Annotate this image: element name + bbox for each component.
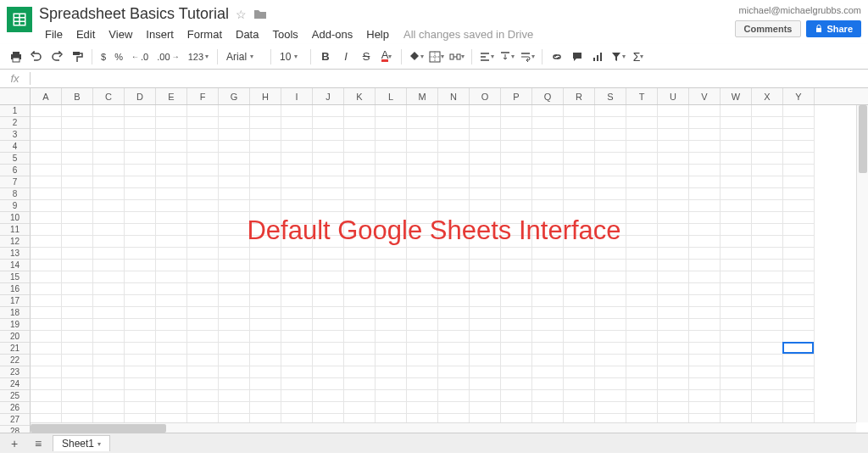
cell[interactable] [31, 188, 62, 200]
filter-icon[interactable]: ▾ [609, 48, 627, 66]
column-header[interactable]: B [62, 88, 93, 104]
cell[interactable] [250, 319, 281, 331]
cell[interactable] [783, 212, 815, 224]
cell[interactable] [344, 200, 376, 212]
cell[interactable] [125, 366, 156, 378]
cell[interactable] [31, 366, 62, 378]
row-header[interactable]: 19 [0, 319, 31, 331]
cell[interactable] [219, 153, 250, 165]
cell[interactable] [752, 331, 783, 343]
cell[interactable] [626, 236, 658, 248]
column-header[interactable]: G [219, 88, 250, 104]
cell[interactable] [626, 153, 658, 165]
cell[interactable] [564, 153, 595, 165]
bold-button[interactable]: B [316, 48, 335, 66]
cell[interactable] [470, 283, 501, 295]
cell[interactable] [689, 319, 721, 331]
menu-file[interactable]: File [39, 26, 69, 42]
cell[interactable] [93, 212, 125, 224]
cell[interactable] [564, 355, 595, 366]
cell[interactable] [689, 271, 721, 283]
cell[interactable] [438, 153, 470, 165]
cell[interactable] [31, 378, 62, 390]
cell[interactable] [564, 236, 595, 248]
cell[interactable] [626, 343, 658, 355]
column-header[interactable]: L [376, 88, 407, 104]
cell[interactable] [93, 307, 125, 319]
cell[interactable] [752, 117, 783, 129]
cell[interactable] [156, 307, 187, 319]
cell[interactable] [470, 355, 501, 366]
cell[interactable] [62, 295, 93, 307]
cell[interactable] [219, 390, 250, 402]
cell[interactable] [156, 331, 187, 343]
cell[interactable] [501, 366, 532, 378]
cell[interactable] [501, 236, 532, 248]
cell[interactable] [626, 176, 658, 188]
cell[interactable] [626, 248, 658, 260]
cell[interactable] [156, 248, 187, 260]
cell[interactable] [250, 271, 281, 283]
row-header[interactable]: 9 [0, 200, 31, 212]
cell[interactable] [689, 248, 721, 260]
cell[interactable] [62, 343, 93, 355]
cell[interactable] [250, 378, 281, 390]
column-header[interactable]: P [501, 88, 532, 104]
currency-button[interactable]: $ [97, 52, 109, 62]
cell[interactable] [31, 319, 62, 331]
cell[interactable] [62, 248, 93, 260]
row-header[interactable]: 26 [0, 402, 31, 414]
cell[interactable] [344, 283, 376, 295]
cell[interactable] [752, 343, 783, 355]
column-header[interactable]: A [31, 88, 62, 104]
cell[interactable] [156, 105, 187, 117]
cell[interactable] [376, 331, 407, 343]
cell[interactable] [31, 141, 62, 153]
cell[interactable] [281, 188, 313, 200]
cell[interactable] [407, 355, 438, 366]
cell[interactable] [156, 319, 187, 331]
cell[interactable] [376, 129, 407, 141]
cell[interactable] [344, 295, 376, 307]
cell[interactable] [438, 378, 470, 390]
cell[interactable] [532, 343, 564, 355]
cell[interactable] [281, 260, 313, 271]
column-header[interactable]: K [344, 88, 376, 104]
cell[interactable] [658, 224, 689, 236]
cell[interactable] [564, 117, 595, 129]
cell[interactable] [313, 153, 344, 165]
cell[interactable] [689, 283, 721, 295]
cell[interactable] [187, 248, 219, 260]
menu-format[interactable]: Format [181, 26, 228, 42]
cell[interactable] [595, 355, 626, 366]
cell[interactable] [344, 165, 376, 176]
cell[interactable] [62, 236, 93, 248]
cell[interactable] [156, 212, 187, 224]
cell[interactable] [407, 260, 438, 271]
cell[interactable] [93, 224, 125, 236]
cell[interactable] [470, 295, 501, 307]
cell[interactable] [626, 390, 658, 402]
cell[interactable] [564, 271, 595, 283]
paint-format-icon[interactable] [68, 48, 86, 66]
cell[interactable] [532, 129, 564, 141]
cell[interactable] [187, 188, 219, 200]
cell[interactable] [626, 283, 658, 295]
cell[interactable] [783, 260, 815, 271]
font-select[interactable]: Arial▾ [223, 49, 265, 64]
cell[interactable] [187, 271, 219, 283]
cell[interactable] [783, 331, 815, 343]
cell[interactable] [783, 295, 815, 307]
cell[interactable] [250, 402, 281, 414]
cell[interactable] [407, 212, 438, 224]
cell[interactable] [187, 366, 219, 378]
share-button[interactable]: Share [806, 20, 861, 37]
cell[interactable] [344, 129, 376, 141]
column-header[interactable]: R [564, 88, 595, 104]
row-header[interactable]: 14 [0, 260, 31, 271]
cell[interactable] [752, 307, 783, 319]
cell[interactable] [125, 260, 156, 271]
cell[interactable] [501, 153, 532, 165]
cell[interactable] [752, 295, 783, 307]
cell[interactable] [62, 366, 93, 378]
